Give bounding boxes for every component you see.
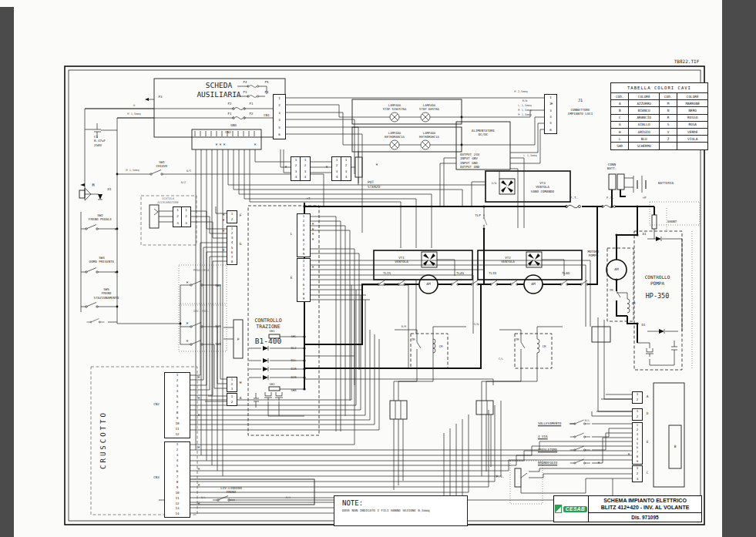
diagram-label: E (291, 276, 293, 280)
diagram-label: N/Z (181, 181, 186, 185)
connector-pin: 3 (274, 109, 285, 117)
diagram-label: N/S (186, 169, 192, 173)
diagram-label: TLAS (456, 271, 464, 275)
color-table-row: LBLUZVIOLA (611, 136, 708, 143)
connector-pin: 3 (301, 169, 310, 175)
no-connection-x-mark: ✕ (197, 466, 200, 471)
diagram-label: M 1,5mmq (126, 169, 139, 173)
connector-pin: 6 (165, 469, 190, 475)
no-connection-x-mark: ✕ (375, 162, 378, 166)
color-table-row: SHDSCHERMO (611, 143, 708, 149)
color-table-row: CARANCIORROSSO (611, 114, 708, 121)
diagram-label: CRUSCOTTO (99, 411, 109, 469)
connector-pin: 3 (227, 387, 237, 391)
diagram-label: M/V (286, 496, 291, 500)
connector-pin: 2 (227, 400, 237, 406)
connector-pin: 6 (274, 132, 285, 139)
diagram-label: TLP (475, 213, 481, 217)
color-table-row: AAZZURROMMARRONE (611, 100, 708, 107)
connector-pin: 7 (165, 405, 190, 411)
connector-pin: 3 (165, 384, 190, 389)
no-connection-x-mark: ✕ (215, 142, 217, 146)
diagram-label: SW2 FRENO PEDALE (89, 213, 112, 222)
diagram-label: LAMPADA RETROMARCIA (385, 131, 405, 139)
color-table-cell: Z (659, 136, 677, 143)
color-table-cell: R (659, 114, 677, 121)
note-box: NOTE: DOVE NON INDICATO I FILI HANNO SEZ… (334, 495, 468, 526)
diagram-label: B/R (402, 325, 407, 329)
diagram-label: TLID (489, 271, 496, 275)
diagram-label: TLAD (562, 271, 570, 275)
diagram-label: B (674, 445, 677, 449)
diagram-label: B1-400 (255, 337, 281, 346)
diagram-label: SHR (291, 389, 297, 393)
diagram-label: AM (531, 282, 535, 287)
color-table-cell: G (611, 121, 629, 128)
connector-pin: 3 (633, 476, 642, 482)
diagram-label: D1L (291, 359, 297, 363)
connector-pin: 4 (165, 389, 190, 394)
no-connection-x-mark: ✕ (325, 164, 328, 169)
diagram-label: F5 (265, 80, 269, 84)
cesab-logo-text: CESAB (563, 506, 587, 512)
connector-accel-conn-b: 123 (181, 206, 191, 227)
connector-right-d: 12 (632, 408, 643, 421)
color-table-cell (677, 143, 708, 149)
connector-pin: 1 (165, 373, 190, 378)
connector-pin: 1 (227, 211, 237, 217)
diagram-label: P (237, 337, 240, 342)
color-table-header: COD. (611, 93, 629, 100)
connector-pin: 5 (165, 464, 190, 469)
connector-pin: 2 (633, 414, 642, 420)
diagram-label: SW8 (215, 342, 221, 346)
connector-pin: 9 (297, 252, 310, 257)
connector-pin: 6 (545, 127, 556, 133)
diagram-label: D (647, 411, 649, 416)
connector-pin: 1 (182, 207, 190, 213)
diagram-label: D2R (291, 376, 297, 380)
connector-pin: 2 (274, 102, 285, 110)
color-table-cell: ROSA (677, 121, 708, 128)
no-connection-x-mark: ✕ (197, 445, 200, 449)
no-connection-x-mark: ✕ (197, 501, 200, 505)
connector-pin: 2 (165, 378, 190, 384)
drawing-title: SCHEMA IMPIANTO ELETTRICO BLITZ 412+420 … (589, 496, 701, 513)
diagram-label: G/N (474, 323, 479, 327)
no-connection-x-mark: ✕ (311, 237, 314, 241)
connector-pin: 2 (341, 163, 351, 169)
diagram-label: CN3 (153, 475, 160, 479)
connector-traction-e: 123456789 (297, 258, 311, 302)
color-table-cell: B (611, 107, 629, 114)
color-table-cell: MARRONE (677, 100, 708, 107)
diagram-label: TM (412, 338, 415, 342)
connector-pin: 1 (227, 394, 237, 400)
diagram-label: H (240, 381, 242, 385)
no-connection-x-mark: ✕ (222, 228, 224, 233)
diagram-label: M 2,5mmq (514, 90, 527, 94)
connector-traction-f: 12 (227, 210, 237, 223)
diagram-label: SH2 (270, 383, 275, 387)
diagram-label: TLIS (383, 271, 391, 275)
no-connection-x-mark: ✕ (197, 412, 200, 417)
color-table-cell (659, 143, 677, 149)
diagram-label: SH1 (270, 330, 275, 334)
diagram-label: F.S. (606, 196, 614, 200)
no-connection-x-mark: ✕ (186, 321, 188, 325)
color-table-cell: SCHERMO (629, 143, 660, 149)
diagram-label: F2 (250, 112, 254, 116)
diagram-label: H/N (492, 182, 497, 186)
color-table-cell: SHD (611, 143, 629, 149)
connector-pin: 1 (633, 392, 642, 398)
color-table-cell: VIOLA (677, 136, 708, 143)
diagram-label: F2 (228, 102, 232, 106)
color-table-cell: GIALLO (629, 121, 660, 128)
drawing-title-line2: BLITZ 412+420 - INV. AL VOLANTE (601, 505, 690, 512)
connector-pin: 4 (165, 458, 190, 464)
connector-traction-l: 123456789 (297, 213, 311, 257)
connector-right-a: 12 (632, 391, 643, 404)
no-connection-x-mark: ✕ (197, 482, 200, 487)
connector-pin: 9 (165, 416, 190, 421)
no-connection-x-mark: ✕ (223, 142, 225, 146)
diagram-label: B/L (585, 419, 590, 423)
diagram-label: TM (516, 338, 519, 342)
